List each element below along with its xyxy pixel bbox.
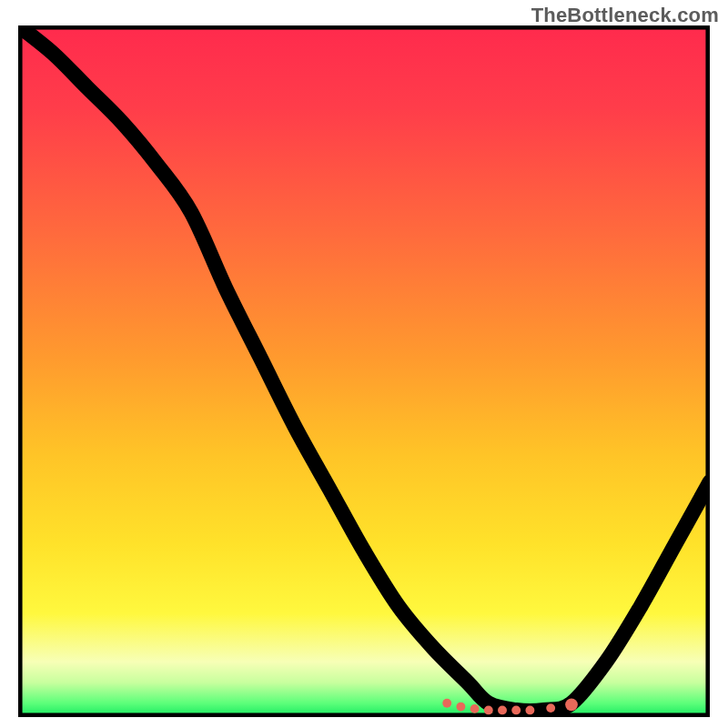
optimal-dot	[565, 698, 578, 711]
optimal-dot	[498, 705, 507, 714]
optimal-dot	[484, 705, 493, 714]
chart-container: TheBottleneck.com	[0, 0, 728, 728]
optimal-dot	[511, 705, 521, 714]
chart-svg	[18, 25, 710, 717]
optimal-dot	[546, 703, 555, 713]
watermark-text: TheBottleneck.com	[531, 4, 719, 27]
plot-area	[18, 25, 710, 717]
optimal-dot	[456, 703, 465, 712]
optimal-dot	[442, 699, 451, 708]
optimal-dot	[470, 704, 480, 713]
optimal-dot	[525, 705, 534, 714]
